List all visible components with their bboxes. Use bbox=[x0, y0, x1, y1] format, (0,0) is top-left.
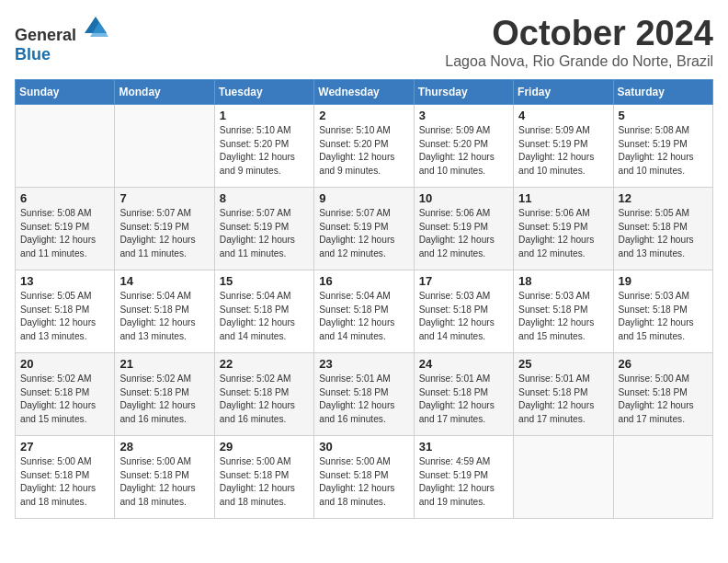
cell-content: Sunrise: 4:59 AMSunset: 5:19 PMDaylight:… bbox=[419, 455, 508, 510]
cell-content: Sunrise: 5:00 AMSunset: 5:18 PMDaylight:… bbox=[619, 373, 708, 427]
logo-wordmark: General Blue bbox=[15, 15, 108, 64]
logo: General Blue bbox=[15, 15, 108, 64]
calendar-cell: 22Sunrise: 5:02 AMSunset: 5:18 PMDayligh… bbox=[214, 352, 313, 435]
calendar-cell bbox=[16, 104, 115, 187]
calendar-cell: 12Sunrise: 5:05 AMSunset: 5:18 PMDayligh… bbox=[613, 187, 712, 270]
calendar-week-row: 6Sunrise: 5:08 AMSunset: 5:19 PMDaylight… bbox=[16, 187, 713, 270]
cell-content: Sunrise: 5:01 AMSunset: 5:18 PMDaylight:… bbox=[518, 373, 608, 427]
calendar-cell: 5Sunrise: 5:08 AMSunset: 5:19 PMDaylight… bbox=[613, 104, 712, 187]
day-number: 14 bbox=[119, 274, 209, 288]
column-header-monday: Monday bbox=[115, 79, 214, 104]
cell-content: Sunrise: 5:02 AMSunset: 5:18 PMDaylight:… bbox=[119, 373, 209, 427]
calendar-cell: 4Sunrise: 5:09 AMSunset: 5:19 PMDaylight… bbox=[514, 104, 613, 187]
day-number: 6 bbox=[20, 191, 109, 205]
calendar-cell: 16Sunrise: 5:04 AMSunset: 5:18 PMDayligh… bbox=[314, 270, 414, 352]
calendar-header-row: SundayMondayTuesdayWednesdayThursdayFrid… bbox=[16, 79, 713, 104]
calendar-cell: 7Sunrise: 5:07 AMSunset: 5:19 PMDaylight… bbox=[115, 187, 214, 270]
calendar-cell: 27Sunrise: 5:00 AMSunset: 5:18 PMDayligh… bbox=[16, 435, 115, 518]
cell-content: Sunrise: 5:06 AMSunset: 5:19 PMDaylight:… bbox=[419, 207, 508, 261]
column-header-thursday: Thursday bbox=[414, 79, 513, 104]
cell-content: Sunrise: 5:04 AMSunset: 5:18 PMDaylight:… bbox=[319, 290, 408, 344]
day-number: 31 bbox=[419, 440, 508, 454]
calendar-cell: 14Sunrise: 5:04 AMSunset: 5:18 PMDayligh… bbox=[115, 270, 214, 352]
calendar-week-row: 1Sunrise: 5:10 AMSunset: 5:20 PMDaylight… bbox=[16, 104, 713, 187]
calendar-cell: 25Sunrise: 5:01 AMSunset: 5:18 PMDayligh… bbox=[514, 352, 613, 435]
calendar-cell: 11Sunrise: 5:06 AMSunset: 5:19 PMDayligh… bbox=[514, 187, 613, 270]
calendar-cell: 26Sunrise: 5:00 AMSunset: 5:18 PMDayligh… bbox=[613, 352, 712, 435]
cell-content: Sunrise: 5:02 AMSunset: 5:18 PMDaylight:… bbox=[220, 373, 309, 427]
cell-content: Sunrise: 5:05 AMSunset: 5:18 PMDaylight:… bbox=[20, 290, 109, 344]
calendar-cell: 3Sunrise: 5:09 AMSunset: 5:20 PMDaylight… bbox=[414, 104, 513, 187]
calendar-cell: 20Sunrise: 5:02 AMSunset: 5:18 PMDayligh… bbox=[16, 352, 115, 435]
calendar-cell bbox=[514, 435, 613, 518]
day-number: 1 bbox=[220, 109, 309, 122]
logo-icon bbox=[83, 15, 108, 40]
cell-content: Sunrise: 5:03 AMSunset: 5:18 PMDaylight:… bbox=[619, 290, 708, 344]
day-number: 12 bbox=[619, 191, 708, 205]
cell-content: Sunrise: 5:00 AMSunset: 5:18 PMDaylight:… bbox=[20, 455, 109, 510]
day-number: 3 bbox=[419, 109, 508, 122]
calendar-cell: 28Sunrise: 5:00 AMSunset: 5:18 PMDayligh… bbox=[115, 435, 214, 518]
calendar-cell: 1Sunrise: 5:10 AMSunset: 5:20 PMDaylight… bbox=[214, 104, 313, 187]
cell-content: Sunrise: 5:03 AMSunset: 5:18 PMDaylight:… bbox=[518, 290, 608, 344]
calendar-cell: 17Sunrise: 5:03 AMSunset: 5:18 PMDayligh… bbox=[414, 270, 513, 352]
cell-content: Sunrise: 5:00 AMSunset: 5:18 PMDaylight:… bbox=[220, 455, 309, 510]
cell-content: Sunrise: 5:01 AMSunset: 5:18 PMDaylight:… bbox=[319, 373, 408, 427]
cell-content: Sunrise: 5:04 AMSunset: 5:18 PMDaylight:… bbox=[220, 290, 309, 344]
calendar-cell: 15Sunrise: 5:04 AMSunset: 5:18 PMDayligh… bbox=[214, 270, 313, 352]
calendar-cell bbox=[613, 435, 712, 518]
calendar-week-row: 27Sunrise: 5:00 AMSunset: 5:18 PMDayligh… bbox=[16, 435, 713, 518]
cell-content: Sunrise: 5:01 AMSunset: 5:18 PMDaylight:… bbox=[419, 373, 508, 427]
day-number: 17 bbox=[419, 274, 508, 288]
cell-content: Sunrise: 5:02 AMSunset: 5:18 PMDaylight:… bbox=[20, 373, 109, 427]
cell-content: Sunrise: 5:10 AMSunset: 5:20 PMDaylight:… bbox=[220, 124, 309, 178]
cell-content: Sunrise: 5:06 AMSunset: 5:19 PMDaylight:… bbox=[518, 207, 608, 261]
calendar-cell: 21Sunrise: 5:02 AMSunset: 5:18 PMDayligh… bbox=[115, 352, 214, 435]
cell-content: Sunrise: 5:08 AMSunset: 5:19 PMDaylight:… bbox=[619, 124, 708, 178]
cell-content: Sunrise: 5:09 AMSunset: 5:19 PMDaylight:… bbox=[518, 124, 608, 178]
column-header-tuesday: Tuesday bbox=[214, 79, 313, 104]
day-number: 4 bbox=[518, 109, 608, 122]
calendar-cell: 2Sunrise: 5:10 AMSunset: 5:20 PMDaylight… bbox=[314, 104, 414, 187]
calendar-cell: 10Sunrise: 5:06 AMSunset: 5:19 PMDayligh… bbox=[414, 187, 513, 270]
day-number: 27 bbox=[20, 440, 109, 454]
calendar-cell: 6Sunrise: 5:08 AMSunset: 5:19 PMDaylight… bbox=[16, 187, 115, 270]
logo-blue: Blue bbox=[15, 45, 51, 63]
day-number: 30 bbox=[319, 440, 408, 454]
cell-content: Sunrise: 5:09 AMSunset: 5:20 PMDaylight:… bbox=[419, 124, 508, 178]
calendar-cell: 9Sunrise: 5:07 AMSunset: 5:19 PMDaylight… bbox=[314, 187, 414, 270]
calendar-cell bbox=[115, 104, 214, 187]
logo-general: General bbox=[15, 26, 76, 44]
column-header-friday: Friday bbox=[514, 79, 613, 104]
page-header: General Blue October 2024 Lagoa Nova, Ri… bbox=[15, 15, 713, 70]
day-number: 15 bbox=[220, 274, 309, 288]
day-number: 10 bbox=[419, 191, 508, 205]
day-number: 2 bbox=[319, 109, 408, 122]
day-number: 19 bbox=[619, 274, 708, 288]
calendar-cell: 19Sunrise: 5:03 AMSunset: 5:18 PMDayligh… bbox=[613, 270, 712, 352]
day-number: 18 bbox=[518, 274, 608, 288]
calendar-table: SundayMondayTuesdayWednesdayThursdayFrid… bbox=[15, 79, 713, 519]
cell-content: Sunrise: 5:07 AMSunset: 5:19 PMDaylight:… bbox=[220, 207, 309, 261]
day-number: 23 bbox=[319, 357, 408, 371]
calendar-cell: 24Sunrise: 5:01 AMSunset: 5:18 PMDayligh… bbox=[414, 352, 513, 435]
day-number: 16 bbox=[319, 274, 408, 288]
day-number: 9 bbox=[319, 191, 408, 205]
cell-content: Sunrise: 5:00 AMSunset: 5:18 PMDaylight:… bbox=[119, 455, 209, 510]
cell-content: Sunrise: 5:07 AMSunset: 5:19 PMDaylight:… bbox=[119, 207, 209, 261]
cell-content: Sunrise: 5:08 AMSunset: 5:19 PMDaylight:… bbox=[20, 207, 109, 261]
column-header-saturday: Saturday bbox=[613, 79, 712, 104]
day-number: 11 bbox=[518, 191, 608, 205]
calendar-cell: 31Sunrise: 4:59 AMSunset: 5:19 PMDayligh… bbox=[414, 435, 513, 518]
day-number: 20 bbox=[20, 357, 109, 371]
cell-content: Sunrise: 5:00 AMSunset: 5:18 PMDaylight:… bbox=[319, 455, 408, 510]
day-number: 21 bbox=[119, 357, 209, 371]
calendar-cell: 18Sunrise: 5:03 AMSunset: 5:18 PMDayligh… bbox=[514, 270, 613, 352]
day-number: 22 bbox=[220, 357, 309, 371]
day-number: 26 bbox=[619, 357, 708, 371]
cell-content: Sunrise: 5:03 AMSunset: 5:18 PMDaylight:… bbox=[419, 290, 508, 344]
month-title: October 2024 bbox=[445, 15, 713, 53]
cell-content: Sunrise: 5:10 AMSunset: 5:20 PMDaylight:… bbox=[319, 124, 408, 178]
day-number: 7 bbox=[119, 191, 209, 205]
calendar-cell: 30Sunrise: 5:00 AMSunset: 5:18 PMDayligh… bbox=[314, 435, 414, 518]
